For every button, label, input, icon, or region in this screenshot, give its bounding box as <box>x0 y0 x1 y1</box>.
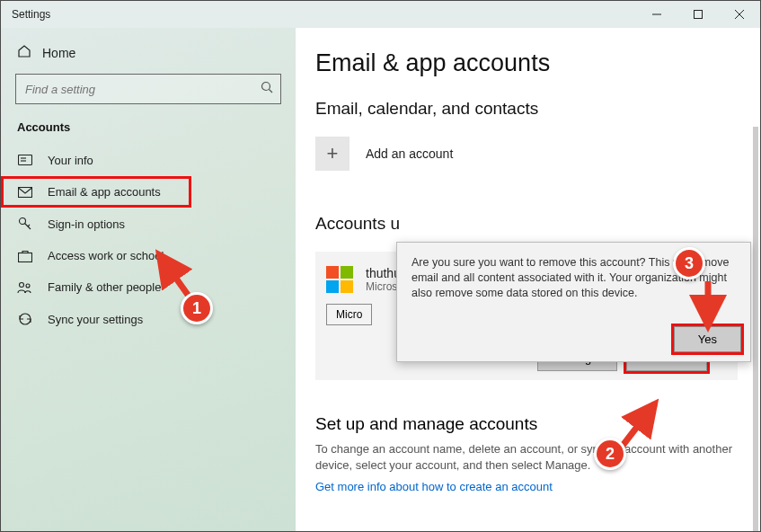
search-box[interactable] <box>15 74 281 104</box>
app-title: Settings <box>12 8 50 21</box>
sync-icon <box>17 312 33 326</box>
svg-line-5 <box>270 90 273 93</box>
annotation-badge-3: 3 <box>673 247 705 279</box>
section-title: Accounts <box>1 120 296 145</box>
svg-rect-1 <box>695 11 703 19</box>
minimize-button[interactable] <box>636 1 677 28</box>
sidebar-item-label: Sync your settings <box>48 313 143 326</box>
search-input[interactable] <box>23 82 261 97</box>
sidebar: Home Accounts Your info Email & app acco… <box>1 28 296 531</box>
svg-point-14 <box>20 282 24 287</box>
annotation-badge-1: 1 <box>181 292 213 324</box>
svg-rect-13 <box>19 253 32 262</box>
setup-link[interactable]: Get more info about how to create an acc… <box>315 480 553 493</box>
setup-heading: Set up and manage accounts <box>315 414 760 434</box>
sidebar-item-label: Your info <box>48 154 93 167</box>
sidebar-item-your-info[interactable]: Your info <box>1 145 296 176</box>
search-icon <box>261 81 273 97</box>
section-accounts-heading: Accounts u <box>315 214 760 234</box>
briefcase-icon <box>17 250 33 262</box>
sidebar-item-email-accounts[interactable]: Email & app accounts <box>1 176 191 208</box>
annotation-badge-2: 2 <box>594 438 626 470</box>
people-icon <box>17 281 33 294</box>
svg-point-10 <box>20 218 26 225</box>
setup-text: To change an account name, delete an acc… <box>315 441 739 473</box>
annotation-arrow-3 <box>686 276 730 342</box>
account-tag: Micro <box>326 304 372 325</box>
window-controls <box>636 1 760 28</box>
sidebar-item-label: Sign-in options <box>48 217 125 231</box>
close-button[interactable] <box>719 1 760 28</box>
microsoft-logo-icon <box>326 266 353 293</box>
plus-icon: + <box>315 137 350 171</box>
person-card-icon <box>17 155 33 167</box>
sidebar-item-label: Access work or school <box>48 249 164 262</box>
add-account-label: Add an account <box>366 146 453 161</box>
svg-point-15 <box>26 284 30 288</box>
home-label: Home <box>42 46 75 60</box>
svg-line-17 <box>619 403 655 450</box>
home-nav[interactable]: Home <box>1 39 296 74</box>
titlebar: Settings <box>1 1 760 28</box>
svg-rect-6 <box>19 155 32 164</box>
sidebar-item-label: Email & app accounts <box>48 185 161 199</box>
key-icon <box>17 217 33 231</box>
sidebar-item-signin-options[interactable]: Sign-in options <box>1 208 296 240</box>
mail-icon <box>17 187 33 198</box>
svg-point-4 <box>262 83 270 91</box>
sidebar-item-label: Family & other people <box>48 280 161 294</box>
sidebar-item-access-work[interactable]: Access work or school <box>1 240 296 271</box>
home-icon <box>17 44 31 61</box>
sidebar-item-family[interactable]: Family & other people <box>1 271 296 303</box>
sidebar-item-sync[interactable]: Sync your settings <box>1 303 296 335</box>
section-email-heading: Email, calendar, and contacts <box>315 99 760 119</box>
add-account-row[interactable]: + Add an account <box>315 137 760 171</box>
svg-line-12 <box>28 225 30 226</box>
maximize-button[interactable] <box>677 1 719 28</box>
page-title: Email & app accounts <box>315 49 760 77</box>
scrollbar[interactable] <box>753 127 758 531</box>
